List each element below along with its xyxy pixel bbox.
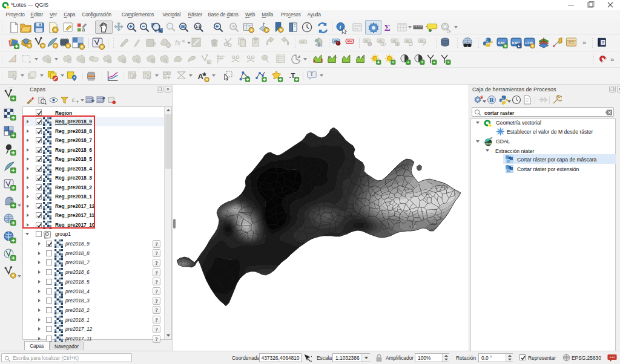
svg-text:Σ: Σ: [384, 22, 391, 33]
svg-text:R: R: [490, 97, 495, 103]
svg-text:T: T: [310, 71, 314, 77]
svg-text:ab: ab: [420, 39, 423, 42]
svg-text:▶: ▶: [518, 44, 520, 48]
svg-text:ab: ab: [378, 39, 382, 42]
svg-text:ab: ab: [300, 40, 304, 44]
svg-text:?: ?: [602, 40, 604, 45]
svg-text:fx: fx: [175, 39, 181, 47]
svg-text:ab: ab: [392, 39, 396, 42]
svg-text:ε: ε: [72, 97, 75, 103]
svg-text:ab: ab: [364, 39, 368, 42]
svg-text:1:1: 1:1: [196, 25, 200, 28]
svg-text:GDAL: GDAL: [485, 142, 492, 145]
svg-text:ab: ab: [406, 39, 409, 42]
svg-text:A: A: [198, 72, 204, 81]
svg-text:abc: abc: [347, 39, 353, 43]
